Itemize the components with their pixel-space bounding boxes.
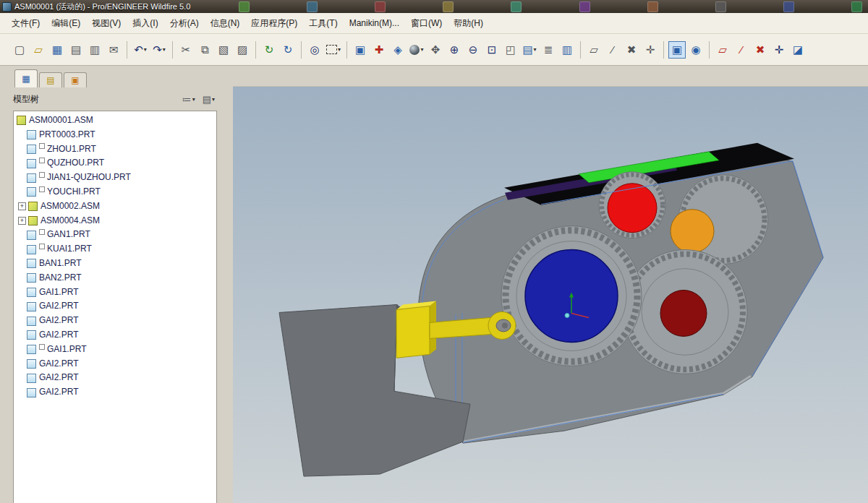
shaded-view-button[interactable]: ▾ <box>408 41 425 59</box>
csys-display-toggle[interactable]: ✛ <box>642 41 659 59</box>
selection-filter-icon <box>326 45 337 54</box>
copy-button[interactable]: ⧉ <box>196 41 213 59</box>
undo-button[interactable]: ↶▾ <box>132 41 149 59</box>
tree-item[interactable]: GAI2.PRT <box>14 299 216 314</box>
tree-item[interactable]: ASM00001.ASM <box>14 113 216 128</box>
tree-item[interactable]: KUAI1.PRT <box>14 242 216 257</box>
show-button[interactable]: ≔ ▾ <box>180 92 197 106</box>
refit-button[interactable]: ⊡ <box>483 41 501 59</box>
zoom-out-button[interactable]: ⊖ <box>464 41 482 59</box>
render-setup-button[interactable]: ◉ <box>687 41 705 59</box>
redo-button[interactable]: ↷▾ <box>150 41 168 59</box>
prt-icon <box>27 130 36 139</box>
tree-item[interactable]: PRT0003.PRT <box>14 128 216 142</box>
datum-point-button[interactable]: ✖ <box>752 41 769 59</box>
orange-knob[interactable] <box>671 210 714 253</box>
yellow-part[interactable] <box>396 306 430 358</box>
tree-item[interactable]: JIAN1-QUZHOU.PRT <box>14 171 216 185</box>
zoom-in-button[interactable]: ⊕ <box>446 41 463 59</box>
tree-item[interactable]: ZHOU1.PRT <box>14 142 216 157</box>
open-button[interactable]: ▱ <box>30 41 47 59</box>
print-button[interactable]: ▤ <box>67 41 85 59</box>
menu-item[interactable]: 工具(T) <box>303 15 343 32</box>
favorites-tab[interactable]: ▣ <box>64 72 87 87</box>
undo-icon: ↶ <box>134 44 143 55</box>
panel-splitter[interactable] <box>225 66 229 503</box>
tree-item[interactable]: YOUCHI.PRT <box>14 185 216 199</box>
cut-button[interactable]: ✂ <box>177 41 195 59</box>
tree-item[interactable]: GAI2.PRT <box>14 314 216 328</box>
menu-item[interactable]: Manikin(M)... <box>344 16 405 30</box>
menu-item[interactable]: 文件(F) <box>6 15 46 32</box>
tree-item[interactable]: GAI2.PRT <box>14 371 216 385</box>
selection-filter-button[interactable]: ▾ <box>325 41 342 59</box>
find-button[interactable]: ◎ <box>306 41 323 59</box>
main-area <box>233 66 868 503</box>
menu-item[interactable]: 窗口(W) <box>405 15 448 32</box>
paste-button[interactable]: ▧ <box>215 41 232 59</box>
save-button[interactable]: ▦ <box>48 41 66 59</box>
reorient-button[interactable]: ◈ <box>389 41 407 59</box>
tree-item[interactable]: GAI1.PRT <box>14 343 216 357</box>
send-mail-button[interactable]: ✉ <box>105 41 122 59</box>
model-tree-tab[interactable]: ▦ <box>14 69 38 87</box>
plane-display-toggle[interactable]: ▱ <box>585 41 603 59</box>
point-display-toggle[interactable]: ✖ <box>623 41 640 59</box>
tree-indent <box>17 134 27 135</box>
axis-display-toggle[interactable]: ⁄ <box>604 41 621 59</box>
tree-expander[interactable]: + <box>18 217 26 225</box>
tree-item[interactable]: GAI2.PRT <box>14 357 216 371</box>
menu-item[interactable]: 应用程序(P) <box>245 15 303 32</box>
tree-item[interactable]: GAI1.PRT <box>14 285 216 300</box>
dark-red-hub[interactable] <box>660 291 707 337</box>
datum-plane-button[interactable]: ▱ <box>714 41 731 59</box>
repaint-button[interactable]: ▣ <box>352 41 369 59</box>
tree-indent <box>17 378 27 379</box>
shaded-display-toggle[interactable]: ▣ <box>668 41 686 59</box>
datum-csys-button[interactable]: ✛ <box>770 41 788 59</box>
tree-item[interactable]: GAN1.PRT <box>14 228 216 242</box>
paste-special-button[interactable]: ▨ <box>234 41 251 59</box>
feature-status-icon <box>39 172 45 178</box>
tree-item[interactable]: +ASM0002.ASM <box>14 199 216 214</box>
tree-item[interactable]: +ASM0004.ASM <box>14 214 216 228</box>
datum-axis-button[interactable]: ⁄ <box>733 41 750 59</box>
pan-zoom-button[interactable]: ✥ <box>427 41 444 59</box>
settings-button[interactable]: ▤ ▾ <box>200 92 217 106</box>
tree-item[interactable]: QUZHOU.PRT <box>14 156 216 171</box>
menu-item[interactable]: 视图(V) <box>86 15 127 32</box>
dropdown-arrow-icon: ▾ <box>420 46 423 53</box>
menu-item[interactable]: 信息(N) <box>205 15 246 32</box>
tree-item-label: GAI1.PRT <box>47 343 86 357</box>
app-icon <box>2 2 12 12</box>
menu-item[interactable]: 编辑(E) <box>46 15 86 32</box>
red-knob[interactable] <box>608 184 657 233</box>
datum-plane-icon: ▱ <box>718 44 727 55</box>
regenerate-manager-button[interactable]: ↻ <box>279 41 297 59</box>
tree-indent <box>17 321 27 322</box>
tree-item[interactable]: BAN1.PRT <box>14 257 216 271</box>
menu-item[interactable]: 插入(I) <box>127 15 163 32</box>
view-orientation-button[interactable]: ◰ <box>502 41 519 59</box>
datum-csys-icon: ✛ <box>775 44 784 55</box>
menu-item[interactable]: 帮助(H) <box>448 15 489 32</box>
tree-item-label: GAI2.PRT <box>39 328 78 343</box>
viewport-canvas[interactable] <box>233 87 868 503</box>
layers-button[interactable]: ≣ <box>540 41 557 59</box>
sketch-button[interactable]: ◪ <box>789 41 807 59</box>
folder-browser-tab[interactable]: ▤ <box>39 72 62 87</box>
spin-center-button[interactable]: ✚ <box>370 41 388 59</box>
new-button[interactable]: ▢ <box>11 41 28 59</box>
saved-views-button[interactable]: ▤▾ <box>521 41 538 59</box>
tree-item[interactable]: GAI2.PRT <box>14 328 216 343</box>
tree-expander[interactable]: + <box>18 202 26 210</box>
tree-item[interactable]: GAI2.PRT <box>14 385 216 400</box>
regenerate-button[interactable]: ↻ <box>260 41 278 59</box>
copy-icon: ⧉ <box>201 44 209 55</box>
shaded-display-icon: ▣ <box>672 44 682 55</box>
menu-item[interactable]: 分析(A) <box>164 15 205 32</box>
desktop-icon <box>511 1 522 12</box>
tree-item[interactable]: BAN2.PRT <box>14 271 216 285</box>
view-manager-button[interactable]: ▥ <box>558 41 576 59</box>
print-preview-button[interactable]: ▥ <box>86 41 103 59</box>
